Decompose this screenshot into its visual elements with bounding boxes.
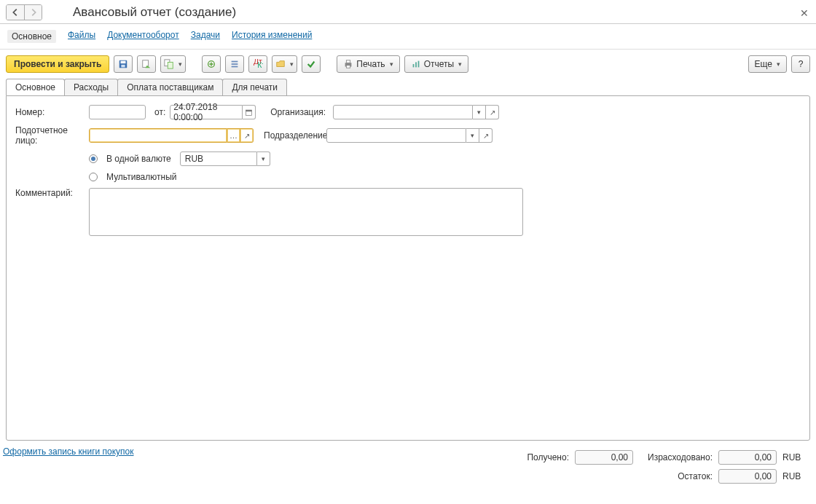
currency-label-1: RUB <box>782 452 804 462</box>
spent-label: Израсходовано: <box>648 452 713 462</box>
svg-rect-7 <box>232 61 238 63</box>
structure-button[interactable] <box>225 55 244 73</box>
date-value[interactable]: 24.07.2018 0:00:00 <box>170 105 243 119</box>
printer-icon <box>343 59 353 69</box>
org-field: ▾ ↗ <box>333 105 499 119</box>
caret-down-icon: ▾ <box>458 60 462 68</box>
svg-rect-8 <box>232 63 238 65</box>
calendar-button[interactable] <box>243 105 256 119</box>
save-button[interactable] <box>114 55 133 73</box>
remain-label: Остаток: <box>678 471 713 481</box>
arrow-left-icon <box>10 7 20 17</box>
person-field: … ↗ <box>89 128 254 143</box>
page-title: Авансовый отчет (создание) <box>73 5 236 20</box>
print-button[interactable]: Печать ▾ <box>337 55 399 73</box>
svg-rect-9 <box>232 66 238 68</box>
print-label: Печать <box>356 59 385 69</box>
more-label: Еще <box>755 59 772 69</box>
received-label: Получено: <box>527 452 569 462</box>
caret-down-icon: ▾ <box>290 60 294 68</box>
linkbar-tasks[interactable]: Задачи <box>191 30 220 43</box>
reports-label: Отчеты <box>424 59 454 69</box>
arrow-right-icon <box>28 7 39 17</box>
svg-rect-17 <box>417 61 419 68</box>
close-button[interactable]: ✕ <box>800 7 809 19</box>
svg-rect-2 <box>122 65 125 68</box>
reports-icon <box>411 59 421 69</box>
svg-rect-1 <box>121 61 126 64</box>
svg-text:Кт: Кт <box>257 60 263 69</box>
number-input[interactable] <box>89 105 146 119</box>
currency-dropdown[interactable]: ▾ <box>257 151 270 166</box>
linkbar-docflow[interactable]: Документооборот <box>107 30 179 43</box>
caret-down-icon: ▾ <box>777 60 780 68</box>
comment-input[interactable] <box>89 188 523 236</box>
multi-currency-radio[interactable] <box>89 173 98 181</box>
help-button[interactable]: ? <box>791 55 810 73</box>
division-open-button[interactable]: ↗ <box>479 128 493 143</box>
person-open-button[interactable]: ↗ <box>240 128 254 143</box>
person-input[interactable] <box>89 128 227 143</box>
linkbar-main[interactable]: Основное <box>7 30 56 43</box>
tab-pay-suppliers[interactable]: Оплата поставщикам <box>117 79 223 95</box>
division-dropdown[interactable]: ▾ <box>466 128 479 143</box>
caret-down-icon: ▾ <box>390 60 393 68</box>
single-currency-label: В одной валюте <box>106 154 171 164</box>
clip-icon <box>206 59 216 69</box>
caret-down-icon: ▾ <box>178 60 182 68</box>
division-label: Подразделение: <box>264 130 322 141</box>
svg-rect-14 <box>347 66 350 68</box>
received-value: 0,00 <box>575 450 633 465</box>
dt-kt-button[interactable]: ДтКт <box>248 55 267 73</box>
spent-value: 0,00 <box>718 450 777 465</box>
nav-back-button[interactable] <box>7 5 24 20</box>
org-open-button[interactable]: ↗ <box>486 105 499 119</box>
help-icon: ? <box>799 59 804 69</box>
folder-icon <box>275 59 286 69</box>
create-based-icon <box>164 59 174 69</box>
tab-expenses[interactable]: Расходы <box>64 79 118 95</box>
currency-label-2: RUB <box>782 471 804 481</box>
date-field[interactable]: 24.07.2018 0:00:00 <box>170 105 256 119</box>
save-icon <box>118 59 128 69</box>
number-label: Номер: <box>15 107 85 117</box>
tab-main[interactable]: Основное <box>6 79 65 95</box>
currency-value[interactable]: RUB <box>180 151 257 166</box>
svg-rect-19 <box>246 110 252 111</box>
check-icon <box>306 59 316 69</box>
create-based-button[interactable]: ▾ <box>160 55 186 73</box>
from-label: от: <box>154 107 165 117</box>
division-field: ▾ ↗ <box>326 128 493 143</box>
single-currency-radio[interactable] <box>89 154 98 163</box>
svg-rect-16 <box>415 62 417 67</box>
conduct-close-button[interactable]: Провести и закрыть <box>6 55 109 73</box>
division-input[interactable] <box>326 128 466 143</box>
list-icon <box>230 59 240 69</box>
multi-currency-label: Мультивалютный <box>106 172 177 182</box>
tab-for-print[interactable]: Для печати <box>222 79 287 95</box>
remain-value: 0,00 <box>718 469 777 484</box>
related-docs-button[interactable]: ▾ <box>272 55 297 73</box>
person-label: Подотчетное лицо: <box>15 125 85 146</box>
linkbar-files[interactable]: Файлы <box>68 30 95 43</box>
svg-rect-5 <box>168 62 173 68</box>
dtkt-icon: ДтКт <box>253 59 263 69</box>
book-entry-link[interactable]: Оформить запись книги покупок <box>3 446 134 457</box>
reports-button[interactable]: Отчеты ▾ <box>404 55 468 73</box>
org-dropdown[interactable]: ▾ <box>473 105 486 119</box>
check-button[interactable] <box>302 55 321 73</box>
conduct-button[interactable] <box>137 55 156 73</box>
calendar-icon <box>245 109 253 117</box>
currency-field: RUB ▾ <box>180 151 270 166</box>
org-input[interactable] <box>333 105 473 119</box>
svg-rect-15 <box>412 64 414 67</box>
more-button[interactable]: Еще ▾ <box>748 55 787 73</box>
nav-forward-button[interactable] <box>24 5 42 20</box>
conduct-icon <box>141 59 152 69</box>
linkbar-history[interactable]: История изменений <box>232 30 312 43</box>
svg-rect-13 <box>347 60 350 63</box>
comment-label: Комментарий: <box>15 188 85 198</box>
files-button[interactable] <box>202 55 221 73</box>
person-ellipsis[interactable]: … <box>227 128 240 143</box>
org-label: Организация: <box>270 107 329 117</box>
